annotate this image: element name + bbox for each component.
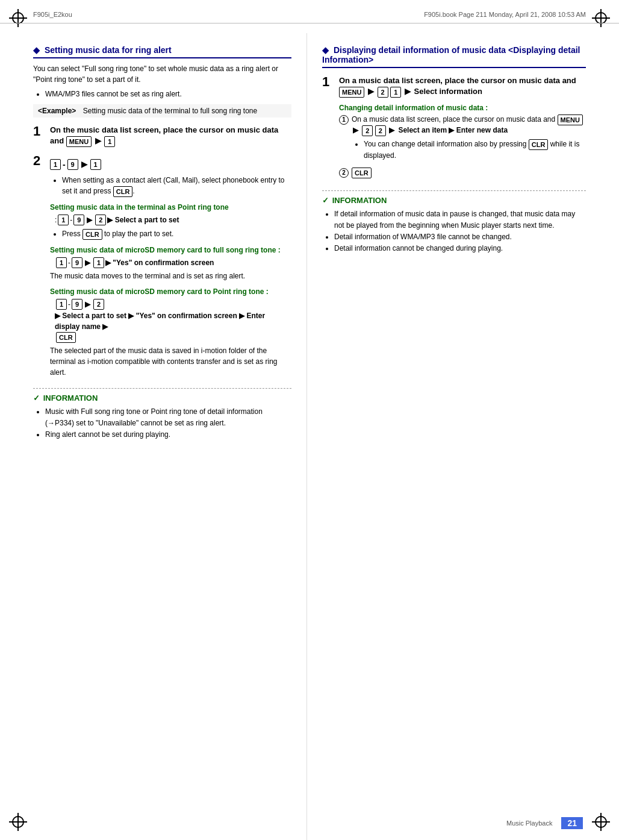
- circle-1: 1: [339, 115, 349, 125]
- step-2-line: 1 - 9 ▶ 1: [50, 159, 291, 170]
- r-clr-key: CLR: [529, 139, 549, 150]
- r-menu-key: MENU: [339, 87, 364, 98]
- footer-label: Music Playback: [506, 820, 552, 827]
- r-key-2b: 2: [362, 125, 373, 136]
- right-info-title: ✓ INFORMATION: [322, 196, 586, 205]
- r-key-2: 2: [378, 87, 388, 98]
- right-item-1-content: On a music data list screen, place the c…: [352, 114, 586, 163]
- right-step-number-1: 1: [322, 75, 339, 89]
- sub2-key9: 9: [72, 257, 82, 268]
- header-divider: [0, 23, 619, 24]
- sub-step-3: 1 - 9 ▶ 2 ▶ Select a part to set ▶ "Yes"…: [55, 298, 291, 343]
- check-icon: ✓: [33, 393, 40, 403]
- right-sub-title: Changing detail information of music dat…: [339, 104, 586, 112]
- num-key-1: 1: [104, 136, 115, 147]
- left-info-title: ✓ INFORMATION: [33, 393, 291, 403]
- right-section-title: ◆ Displaying detail information of music…: [322, 45, 586, 68]
- right-info-item-2: Detail information of WMA/MP3 file canno…: [334, 231, 586, 243]
- right-step-1: 1 On a music data list screen, place the…: [322, 75, 586, 183]
- sub3-clr: CLR: [56, 332, 76, 343]
- r-clr-key-2: CLR: [352, 168, 372, 178]
- r-key-1: 1: [390, 87, 401, 98]
- corner-mark-tr: [592, 9, 610, 27]
- sub1-bullet: Press CLR to play the part to set.: [62, 228, 291, 240]
- step-2-bullet: When setting as a contact alert (Call, M…: [62, 175, 291, 197]
- step-1-text: On the music data list screen, place the…: [50, 125, 291, 147]
- right-column: ◆ Displaying detail information of music…: [307, 33, 619, 840]
- sub-section-3: Setting music data of microSD memory car…: [50, 287, 291, 378]
- check-icon-r: ✓: [322, 196, 329, 205]
- corner-mark-tl: [9, 9, 27, 27]
- content-area: ◆ Setting music data for ring alert You …: [0, 33, 619, 840]
- clr-key: CLR: [113, 186, 133, 197]
- sub1-bullets: Press CLR to play the part to set.: [59, 228, 291, 240]
- right-sub-section: Changing detail information of music dat…: [339, 104, 586, 178]
- circle-2: 2: [339, 168, 349, 178]
- book-filename: F905i_E2kou: [33, 11, 72, 18]
- right-info-item-1: If detail information of music data in p…: [334, 208, 586, 231]
- key-1: 1: [50, 159, 61, 170]
- sub-section-3-title: Setting music data of microSD memory car…: [50, 287, 291, 296]
- left-info-list: Music with Full song ring tone or Point …: [33, 406, 291, 441]
- sub-step-2: 1 - 9 ▶ 1 ▶ "Yes" on confirmation screen: [55, 257, 291, 269]
- page-header: F905i_E2kou F905i.book Page 211 Monday, …: [33, 11, 586, 18]
- example-block: <Example> Setting music data of the term…: [33, 104, 291, 118]
- sub-section-2: Setting music data of microSD memory car…: [50, 246, 291, 282]
- left-info-item-1: Music with Full song ring tone or Point …: [45, 406, 291, 429]
- left-section-title: ◆ Setting music data for ring alert: [33, 45, 291, 58]
- r-key-2c: 2: [375, 125, 386, 136]
- key-1b: 1: [90, 159, 101, 170]
- step-number-1: 1: [33, 125, 50, 138]
- intro-text: You can select "Full song ring tone" to …: [33, 63, 291, 85]
- right-info-list: If detail information of music data in p…: [322, 208, 586, 255]
- sub1-key2: 2: [95, 215, 106, 225]
- step-number-2: 2: [33, 154, 50, 168]
- footer: Music Playback 21: [506, 817, 583, 829]
- left-info-section: ✓ INFORMATION Music with Full song ring …: [33, 388, 291, 441]
- right-step-1-content: On a music data list screen, place the c…: [339, 75, 586, 183]
- left-info-item-2: Ring alert cannot be set during playing.: [45, 429, 291, 440]
- intro-bullet-1: WMA/MP3 files cannot be set as ring aler…: [45, 89, 291, 99]
- right-item-1-bullet: You can change detail information also b…: [364, 139, 586, 161]
- right-numbered-2: 2 CLR: [339, 168, 586, 178]
- menu-key-1: MENU: [66, 136, 92, 147]
- left-column: ◆ Setting music data for ring alert You …: [0, 33, 307, 840]
- sub-section-1: Setting music data in the terminal as Po…: [50, 203, 291, 240]
- footer-page: 21: [561, 817, 583, 829]
- sub3-key1: 1: [56, 299, 67, 310]
- sub-section-1-title: Setting music data in the terminal as Po…: [50, 203, 291, 212]
- right-info-section: ✓ INFORMATION If detail information of m…: [322, 190, 586, 255]
- sub-step-1: : 1 - 9 ▶ 2 ▶ Select a part to set: [55, 214, 291, 226]
- sub2-body: The music data moves to the terminal and…: [50, 271, 291, 281]
- left-step-2: 2 1 - 9 ▶ 1 When setting as a contact al…: [33, 154, 291, 381]
- intro-bullets: WMA/MP3 files cannot be set as ring aler…: [42, 89, 291, 99]
- sub3-key9: 9: [72, 299, 82, 310]
- right-numbered-1: 1 On a music data list screen, place the…: [339, 114, 586, 163]
- right-step-1-text: On a music data list screen, place the c…: [339, 75, 586, 98]
- sub2-key1: 1: [56, 257, 67, 268]
- sub1-clr: CLR: [82, 229, 102, 240]
- sub1-key9: 9: [73, 215, 84, 225]
- diamond-icon: ◆: [33, 45, 40, 55]
- key-9: 9: [67, 159, 78, 170]
- step-2-bullets: When setting as a contact alert (Call, M…: [59, 175, 291, 197]
- sub-section-2-title: Setting music data of microSD memory car…: [50, 246, 291, 254]
- book-info: F905i.book Page 211 Monday, April 21, 20…: [424, 11, 586, 18]
- left-step-1: 1 On the music data list screen, place t…: [33, 125, 291, 147]
- right-info-item-3: Detail information cannot be changed dur…: [334, 243, 586, 254]
- step-1-content: On the music data list screen, place the…: [50, 125, 291, 147]
- sub3-body: The selected part of the music data is s…: [50, 345, 291, 378]
- r-menu-key-2: MENU: [558, 114, 583, 125]
- sub1-key1: 1: [58, 215, 69, 225]
- sub2-key1b: 1: [93, 257, 104, 268]
- diamond-icon-r: ◆: [322, 45, 329, 55]
- sub3-key2: 2: [93, 299, 104, 310]
- right-item-1-bullets: You can change detail information also b…: [361, 139, 586, 161]
- step-2-content: 1 - 9 ▶ 1 When setting as a contact aler…: [50, 154, 291, 381]
